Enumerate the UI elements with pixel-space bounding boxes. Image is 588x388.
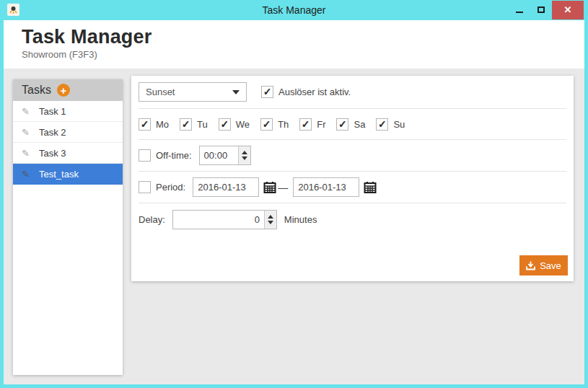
app-icon bbox=[7, 4, 19, 16]
delay-unit-label: Minutes bbox=[284, 214, 317, 225]
period-row: Period: — bbox=[139, 172, 566, 203]
period-from-input[interactable] bbox=[193, 177, 259, 197]
window-controls: ✕ bbox=[509, 0, 584, 19]
pencil-icon: ✎ bbox=[22, 127, 32, 138]
day-tu-checkbox[interactable] bbox=[180, 118, 192, 131]
day-we-checkbox[interactable] bbox=[219, 118, 231, 131]
day-tu: Tu bbox=[180, 118, 208, 131]
task-list-header: Tasks + bbox=[13, 79, 123, 101]
delay-spinner[interactable] bbox=[264, 211, 276, 229]
delay-label: Delay: bbox=[139, 214, 165, 225]
spinner-up-icon bbox=[242, 151, 247, 154]
trigger-select-value: Sunset bbox=[146, 87, 232, 97]
task-item-task3[interactable]: ✎ Task 3 bbox=[13, 143, 123, 164]
task-detail-panel: Sunset Auslöser ist aktiv. Mo Tu bbox=[131, 76, 574, 281]
task-item-task2[interactable]: ✎ Task 2 bbox=[13, 122, 123, 143]
task-item-label: Task 1 bbox=[39, 106, 66, 117]
task-item-label: Task 3 bbox=[39, 148, 66, 159]
task-item-label: Task 2 bbox=[39, 127, 66, 138]
day-sa: Sa bbox=[336, 118, 365, 131]
day-th: Th bbox=[260, 118, 289, 131]
day-su-label: Su bbox=[393, 119, 405, 130]
pencil-icon: ✎ bbox=[22, 106, 32, 117]
offtime-input-group bbox=[199, 146, 251, 165]
period-separator: — bbox=[278, 182, 288, 193]
period-checkbox[interactable] bbox=[139, 181, 151, 193]
calendar-icon[interactable] bbox=[364, 181, 377, 194]
save-button[interactable]: Save bbox=[519, 255, 568, 275]
delay-row: Delay: Minutes bbox=[139, 203, 566, 236]
page-subtitle: Showroom (F3F3) bbox=[22, 49, 584, 60]
task-item-test-task[interactable]: ✎ Test_task bbox=[13, 164, 123, 185]
day-tu-label: Tu bbox=[197, 119, 208, 130]
spinner-down-icon bbox=[268, 221, 273, 224]
page-title: Task Manager bbox=[22, 26, 584, 48]
titlebar: Task Manager ✕ bbox=[0, 0, 588, 20]
day-th-label: Th bbox=[278, 119, 289, 130]
task-item-task1[interactable]: ✎ Task 1 bbox=[13, 101, 123, 122]
close-button[interactable]: ✕ bbox=[552, 1, 584, 19]
trigger-row: Sunset Auslöser ist aktiv. bbox=[139, 76, 566, 109]
window-body: Task Manager Showroom (F3F3) Tasks + ✎ T… bbox=[4, 20, 584, 384]
pencil-icon: ✎ bbox=[22, 148, 32, 159]
save-button-label: Save bbox=[540, 260, 561, 271]
page-header: Task Manager Showroom (F3F3) bbox=[4, 20, 584, 69]
day-th-checkbox[interactable] bbox=[260, 118, 273, 131]
calendar-icon[interactable] bbox=[263, 181, 276, 194]
day-we-label: We bbox=[236, 119, 250, 130]
period-to-input[interactable] bbox=[293, 177, 359, 197]
chevron-down-icon bbox=[232, 90, 240, 94]
day-mo: Mo bbox=[139, 118, 169, 131]
day-fr-label: Fr bbox=[317, 119, 325, 130]
delay-input[interactable] bbox=[173, 211, 264, 229]
trigger-select[interactable]: Sunset bbox=[139, 82, 247, 102]
spinner-up-icon bbox=[268, 215, 273, 219]
offtime-row: Off-time: bbox=[139, 140, 566, 172]
offtime-label: Off-time: bbox=[156, 150, 192, 161]
day-fr: Fr bbox=[299, 118, 325, 131]
offtime-checkbox[interactable] bbox=[139, 149, 151, 162]
day-su-checkbox[interactable] bbox=[376, 118, 388, 131]
weekdays-row: Mo Tu We Th Fr bbox=[139, 109, 566, 140]
save-icon bbox=[526, 261, 535, 270]
maximize-button[interactable] bbox=[530, 0, 552, 19]
app-icon-glyph bbox=[9, 5, 18, 14]
task-list-sidebar: Tasks + ✎ Task 1 ✎ Task 2 ✎ Task 3 ✎ Tes… bbox=[13, 79, 123, 375]
add-task-icon[interactable]: + bbox=[57, 84, 70, 97]
trigger-active-checkbox[interactable] bbox=[261, 86, 273, 98]
day-sa-checkbox[interactable] bbox=[336, 118, 348, 131]
task-list-title: Tasks bbox=[22, 84, 51, 97]
day-mo-label: Mo bbox=[156, 119, 169, 130]
task-item-label: Test_task bbox=[39, 169, 79, 180]
day-we: We bbox=[219, 118, 250, 131]
day-mo-checkbox[interactable] bbox=[139, 118, 151, 131]
delay-input-group bbox=[172, 210, 277, 229]
app-window: Task Manager ✕ Task Manager Showroom (F3… bbox=[0, 0, 588, 388]
pencil-icon: ✎ bbox=[22, 169, 32, 180]
period-label: Period: bbox=[156, 182, 185, 193]
offtime-spinner[interactable] bbox=[238, 146, 250, 164]
offtime-input[interactable] bbox=[200, 146, 238, 164]
window-title: Task Manager bbox=[0, 4, 588, 16]
spinner-down-icon bbox=[242, 156, 247, 160]
minimize-button[interactable] bbox=[509, 0, 530, 19]
trigger-active-label: Auslöser ist aktiv. bbox=[278, 87, 351, 97]
day-su: Su bbox=[376, 118, 405, 131]
day-fr-checkbox[interactable] bbox=[299, 118, 312, 131]
day-sa-label: Sa bbox=[354, 119, 365, 130]
